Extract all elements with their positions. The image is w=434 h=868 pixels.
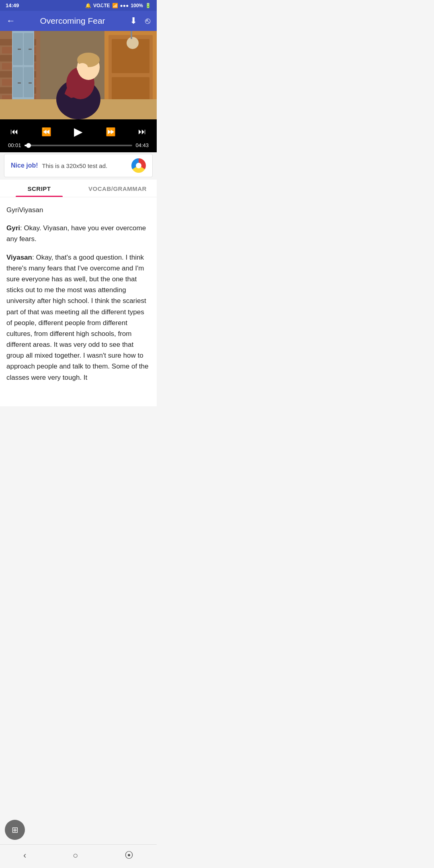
video-image bbox=[0, 31, 157, 119]
svg-point-17 bbox=[127, 37, 139, 49]
svg-rect-18 bbox=[131, 31, 132, 39]
current-time: 00:01 bbox=[8, 142, 21, 148]
progress-fill bbox=[25, 145, 29, 146]
svg-rect-31 bbox=[18, 82, 21, 84]
total-time: 04:43 bbox=[135, 142, 149, 148]
script-content: GyriViyasan Gyri: Okay. Viyasan, have yo… bbox=[0, 197, 157, 406]
speaker-viyasan: Viyasan bbox=[6, 254, 32, 261]
play-button[interactable]: ▶ bbox=[72, 124, 85, 139]
svg-rect-32 bbox=[29, 82, 32, 84]
tab-script[interactable]: SCRIPT bbox=[0, 180, 78, 197]
signal-icon: ●●● bbox=[120, 3, 129, 8]
dialogue-gyri-text: : Okay. Viyasan, have you ever overcome … bbox=[6, 224, 146, 243]
status-icons: 🔔 VOℒTE 📶 ●●● 100% 🔋 bbox=[85, 3, 151, 8]
controls-row: ⏮ ⏪ ▶ ⏩ ⏭ bbox=[8, 124, 149, 139]
ad-logo bbox=[131, 158, 146, 173]
alarm-icon: 🔔 bbox=[85, 3, 91, 8]
page-title: Overcoming Fear bbox=[21, 16, 124, 26]
lte-icon: VOℒTE bbox=[93, 3, 110, 8]
dialogue-gyri: Gyri: Okay. Viyasan, have you ever overc… bbox=[6, 223, 150, 244]
status-bar: 14:49 🔔 VOℒTE 📶 ●●● 100% 🔋 bbox=[0, 0, 157, 11]
svg-rect-30 bbox=[29, 49, 32, 50]
share-button[interactable]: ⎋ bbox=[145, 16, 150, 26]
battery-icon: 🔋 bbox=[145, 3, 151, 8]
download-button[interactable]: ⬇ bbox=[130, 16, 137, 26]
svg-point-23 bbox=[77, 63, 88, 73]
fast-forward-button[interactable]: ⏩ bbox=[103, 126, 118, 137]
dialogue-viyasan-text: : Okay, that's a good question. I think … bbox=[6, 254, 148, 381]
ad-text: This is a 320x50 test ad. bbox=[42, 162, 127, 169]
skip-back-button[interactable]: ⏮ bbox=[8, 126, 21, 137]
battery-label: 100% bbox=[131, 3, 143, 8]
video-thumbnail[interactable] bbox=[0, 31, 157, 119]
top-bar: ← Overcoming Fear ⬇ ⎋ bbox=[0, 11, 157, 31]
video-controls: ⏮ ⏪ ▶ ⏩ ⏭ 00:01 04:43 bbox=[0, 119, 157, 152]
ad-nice-label: Nice job! bbox=[11, 162, 38, 169]
tab-vocab-grammar[interactable]: VOCAB/GRAMMAR bbox=[78, 180, 157, 197]
back-button[interactable]: ← bbox=[6, 16, 15, 26]
ad-banner[interactable]: Nice job! This is a 320x50 test ad. bbox=[4, 154, 153, 177]
header-actions: ⬇ ⎋ bbox=[130, 16, 150, 26]
skip-next-button[interactable]: ⏭ bbox=[136, 126, 149, 137]
tab-bar: SCRIPT VOCAB/GRAMMAR bbox=[0, 180, 157, 197]
wifi-icon: 📶 bbox=[112, 3, 118, 8]
progress-bar[interactable] bbox=[25, 145, 133, 146]
video-container: ⏮ ⏪ ▶ ⏩ ⏭ 00:01 04:43 bbox=[0, 31, 157, 152]
svg-rect-29 bbox=[18, 49, 21, 50]
svg-rect-28 bbox=[24, 67, 33, 97]
progress-thumb bbox=[26, 143, 31, 148]
svg-rect-27 bbox=[13, 67, 23, 97]
progress-row: 00:01 04:43 bbox=[8, 142, 149, 148]
speaker-gyri: Gyri bbox=[6, 224, 20, 232]
rewind-button[interactable]: ⏪ bbox=[39, 126, 54, 137]
dialogue-viyasan: Viyasan: Okay, that's a good question. I… bbox=[6, 252, 150, 383]
status-time: 14:49 bbox=[6, 2, 19, 8]
speakers-line: GyriViyasan bbox=[6, 205, 150, 215]
